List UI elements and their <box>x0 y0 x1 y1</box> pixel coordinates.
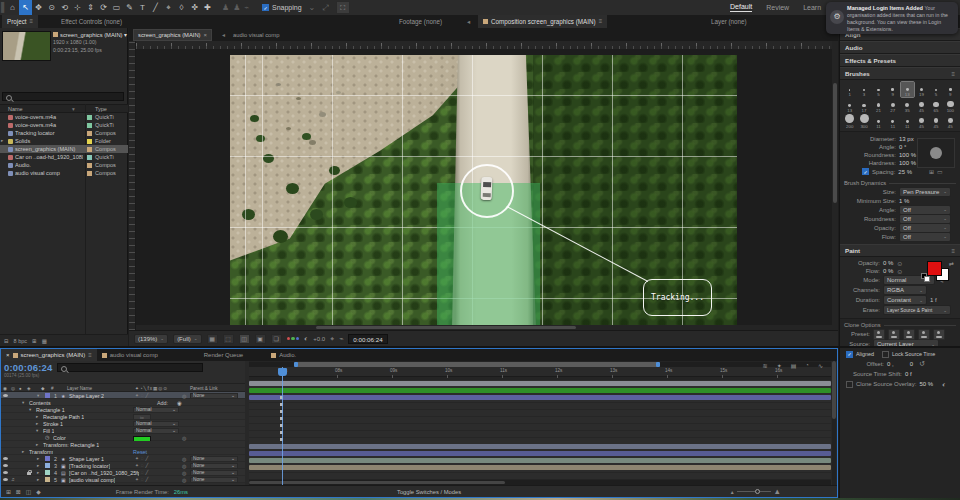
audio-waveform-icon[interactable]: ◫ <box>26 489 31 495</box>
timeline-row-transform[interactable]: ▸TransformReset <box>1 448 245 455</box>
rectangle-tool-icon[interactable]: ▭ <box>110 0 123 15</box>
blend-mode-dropdown[interactable]: Normal⌄ <box>133 428 179 434</box>
timeline-row-contents[interactable]: ▾ContentsAdd: ◉ <box>1 399 245 406</box>
twirl-icon[interactable]: ▾ <box>29 407 31 412</box>
zoom-out-icon[interactable]: ▴ <box>731 489 734 495</box>
offset-reset-icon[interactable]: ↺ <box>919 360 925 368</box>
panel-menu-icon[interactable]: ≡ <box>951 248 955 254</box>
current-timecode[interactable]: 0:00:06:24 <box>4 362 52 373</box>
brush-size-100[interactable]: 100 <box>944 98 957 113</box>
spacing-value[interactable]: 25 % <box>898 169 912 175</box>
blend-mode-dropdown[interactable]: Normal⌄ <box>133 407 179 413</box>
paint-panel-header[interactable]: Paint≡ <box>840 244 960 257</box>
twirl-icon[interactable]: ▸ <box>37 463 39 468</box>
snap-options-icon[interactable]: ⌄ <box>309 3 316 12</box>
clone-overlay-checkbox[interactable] <box>846 381 853 388</box>
parent-dropdown[interactable]: None⌄ <box>190 456 238 462</box>
panel-menu-icon[interactable]: ≡ <box>599 15 603 28</box>
clone-preset-3[interactable] <box>903 329 915 340</box>
exposure-icon[interactable]: ◐ <box>304 335 308 342</box>
offset-y[interactable]: 0 <box>910 361 913 367</box>
chevron-left-icon[interactable]: ◂ <box>462 15 475 28</box>
project-search-input[interactable] <box>2 92 124 101</box>
tab-effect-controls-none-[interactable]: Effect Controls (none) <box>56 15 127 28</box>
brush-tool-icon[interactable]: ╱ <box>149 0 162 15</box>
selection-tool-icon[interactable]: ↖ <box>19 0 32 15</box>
add-button[interactable]: Add: <box>157 400 168 406</box>
source-time-shift-value[interactable]: 0 f <box>905 371 912 377</box>
twirl-icon[interactable]: ▸ <box>37 470 39 475</box>
notification-toast[interactable]: ⚙ Managed Login Items Added Your organis… <box>826 2 958 34</box>
playhead-handle[interactable] <box>278 368 287 376</box>
mini-flowchart-icon[interactable]: ≋ <box>763 362 768 369</box>
pickwhip-icon[interactable]: ◎ <box>182 435 186 441</box>
layer-switches[interactable]: ✦◌╱ <box>135 463 150 468</box>
label-color-swatch[interactable] <box>45 477 50 482</box>
render-settings-icon[interactable]: ⊞ <box>6 489 11 495</box>
column-name[interactable]: Name <box>8 106 23 112</box>
dynamics-value[interactable]: 1 % <box>899 198 909 204</box>
exposure-value[interactable]: +0.0 <box>313 336 325 342</box>
clone-stamp-tool-icon[interactable]: ⌖ <box>162 0 175 15</box>
new-brush-icon[interactable]: ⊞ <box>929 168 934 175</box>
column-type[interactable]: Type <box>95 106 107 112</box>
dynamics-dropdown[interactable]: Pen Pressure⌄ <box>899 187 951 197</box>
hand-tool-icon[interactable]: ✥ <box>32 0 45 15</box>
brush-size-27[interactable]: 27 <box>886 98 899 113</box>
viewer-timecode[interactable]: 0:00:06:24 <box>348 334 387 344</box>
section-header-effects-presets[interactable]: Effects & Presets <box>840 54 960 67</box>
project-bit-depth[interactable]: 8 bpc <box>14 338 27 344</box>
layer-switches[interactable]: ✦◌╱ <box>135 477 150 482</box>
time-ruler[interactable]: 07s08s09s10s11s12s13s14s15s16s <box>249 367 831 377</box>
clone-overlay-value[interactable]: 50 % <box>919 381 933 387</box>
new-composition-icon[interactable]: ▦ <box>42 338 47 344</box>
twirl-icon[interactable]: ▸ <box>36 414 38 419</box>
workspace-learn[interactable]: Learn <box>803 4 821 11</box>
prop-value[interactable]: 100 % <box>899 152 916 158</box>
layer-name[interactable]: [audio visual comp] <box>69 477 115 483</box>
prop-value[interactable]: 13 px <box>899 136 914 142</box>
mask-visibility-icon[interactable]: ◫ <box>239 334 250 344</box>
zoom-tool-icon[interactable]: ⊙ <box>45 0 58 15</box>
panel-menu-icon[interactable]: ≡ <box>951 71 955 77</box>
timeline-tab-render-queue[interactable]: Render Queue <box>199 349 248 361</box>
dolly-camera-tool-icon[interactable]: ⇕ <box>84 0 97 15</box>
brush-size-45[interactable]: 45 <box>944 114 957 129</box>
eye-icon[interactable] <box>3 394 8 397</box>
clone-preset-2[interactable] <box>888 329 900 340</box>
timeline-zoom-slider[interactable]: ▴ ▲ <box>731 487 781 496</box>
brush-size-45[interactable]: 45 <box>915 114 928 129</box>
composition-canvas[interactable]: Tracking... <box>136 49 832 330</box>
orbit-camera-tool-icon[interactable]: ⟲ <box>58 0 71 15</box>
add-icon[interactable]: ◉ <box>177 400 182 406</box>
tab-project[interactable]: Project≡ <box>2 15 38 28</box>
timeline-row-stroke-1[interactable]: ▸Stroke 1Normal⌄ <box>1 420 245 427</box>
brush-size-45[interactable]: 45 <box>915 98 928 113</box>
snapping-checkbox[interactable]: ✓ <box>262 4 269 11</box>
twirl-icon[interactable]: ▸ <box>36 421 38 426</box>
layer-duration-bar[interactable] <box>249 381 831 386</box>
timeline-tab-audio-visual-comp[interactable]: audio visual comp <box>97 349 163 361</box>
brush-size-21[interactable]: 21 <box>872 98 885 113</box>
spacing-checkbox[interactable]: ✓ <box>862 168 869 175</box>
brush-size-65[interactable]: 65 <box>929 98 942 113</box>
brush-size-1[interactable]: 1 <box>843 82 856 97</box>
timeline-row--tracking-locator-[interactable]: ▸3▣[Tracking locator]✦◌╱◎None⌄ <box>1 462 245 469</box>
track-point-circle[interactable] <box>460 164 514 218</box>
brushes-panel-header[interactable]: Brushes≡ <box>840 67 960 80</box>
tracking-callout-box[interactable]: Tracking... <box>643 279 712 316</box>
preview-title[interactable]: screen_graphics (MAIN) ▾ <box>60 32 127 38</box>
pickwhip-icon[interactable]: ◎ <box>182 456 186 462</box>
close-icon[interactable]: × <box>204 32 208 38</box>
magnification-dropdown[interactable]: (139%)⌄ <box>134 334 168 344</box>
view-options-icon[interactable]: ▣ <box>255 334 266 344</box>
lock-source-time-checkbox[interactable] <box>882 351 889 358</box>
twirl-icon[interactable]: ▾ <box>22 400 24 405</box>
layer-name[interactable]: Shape Layer 1 <box>69 456 104 462</box>
erase-dropdown[interactable]: Layer Source & Paint⌄ <box>883 305 951 315</box>
timeline-row--car-on-hd-1920-1080-25fps-mp4-[interactable]: ▸4▤[Car on ..hd_1920_1080_25fps.mp4]✦◌╱◎… <box>1 469 245 476</box>
layer-duration-bar[interactable] <box>249 458 831 463</box>
brush-size-45[interactable]: 45 <box>929 114 942 129</box>
comp-tab-audio-visual-comp[interactable]: audio visual comp <box>229 29 283 41</box>
offset-x[interactable]: 0 , <box>887 361 894 367</box>
